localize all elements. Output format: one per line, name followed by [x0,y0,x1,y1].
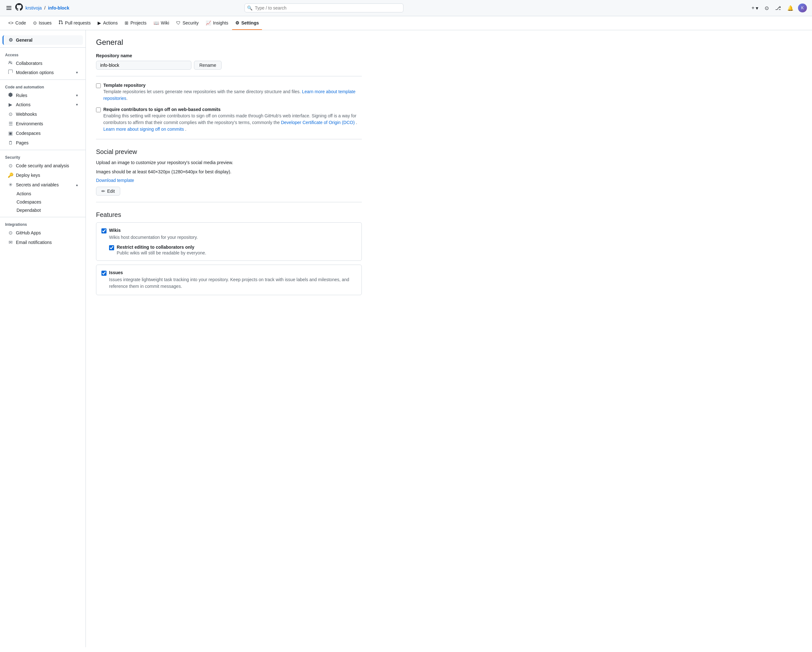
sidebar-item-environments[interactable]: ☰ Environments [3,119,83,128]
tab-security[interactable]: 🛡 Security [173,17,202,30]
wiki-icon: 📖 [154,20,159,26]
search-bar: 🔍 [244,3,403,12]
sidebar-general-label: General [16,38,32,43]
tab-actions[interactable]: ▶ Actions [95,17,121,30]
main-content: General Repository name Rename Template … [86,30,372,647]
main-layout: ⚙ General Access Collaborators Moderatio… [0,30,812,647]
social-preview-heading: Social preview [96,148,362,156]
sidebar-sub-actions-label: Actions [17,191,31,196]
tab-projects[interactable]: ⊞ Projects [121,17,150,30]
template-repo-section: Template repository Template repositorie… [96,83,362,102]
tab-pull-requests[interactable]: Pull requests [55,16,94,30]
sidebar-sub-codespaces-label: Codespaces [17,199,41,205]
template-repo-content: Template repository Template repositorie… [103,83,362,102]
wikis-restrict-checkbox[interactable] [109,245,114,250]
issues-title: Issues [109,270,356,275]
issues-feature-box: Issues Issues integrate lightweight task… [96,265,362,295]
sidebar-item-actions[interactable]: ▶ Actions ▾ [3,100,83,109]
notifications-button[interactable]: 🔔 [785,4,795,12]
sidebar-item-rules[interactable]: Rules ▾ [3,91,83,100]
code-security-icon: ⊙ [8,163,13,169]
secrets-chevron: ▴ [76,183,78,187]
search-input[interactable] [244,3,403,12]
issues-desc: Issues integrate lightweight task tracki… [109,276,356,290]
sidebar-item-collaborators[interactable]: Collaborators [3,58,83,68]
sidebar-item-github-apps[interactable]: ⊙ GitHub Apps [3,228,83,238]
template-repo-row: Template repository Template repositorie… [96,83,362,102]
wikis-content: Wikis Wikis host documentation for your … [109,228,198,241]
wikis-sub-content: Restrict editing to collaborators only P… [117,244,206,255]
hamburger-menu[interactable] [5,5,13,11]
sidebar-item-webhooks[interactable]: ⊙ Webhooks [3,109,83,119]
actions-nav-icon: ▶ [98,20,101,26]
top-bar: krstivoja / info-block 🔍 + ▾ ⊙ ⎇ 🔔 K [0,0,812,16]
issues-content: Issues Issues integrate lightweight task… [109,270,356,290]
moderation-icon [8,70,13,75]
environments-icon: ☰ [8,121,13,127]
projects-icon: ⊞ [125,20,128,26]
template-repo-checkbox[interactable] [96,83,101,88]
issue-tracker-button[interactable]: ⊙ [763,4,771,12]
divider2 [0,79,85,80]
sidebar-item-pages[interactable]: 🗒 Pages [3,138,83,147]
tab-insights[interactable]: 📈 Insights [203,17,232,30]
sidebar-rules-label: Rules [16,93,27,98]
security-nav-icon: 🛡 [176,20,180,26]
issues-icon: ⊙ [33,20,37,26]
pages-icon: 🗒 [8,140,13,145]
wikis-restrict-label: Restrict editing to collaborators only [117,244,206,250]
wikis-header: Wikis Wikis host documentation for your … [101,228,356,241]
wikis-sub: Restrict editing to collaborators only P… [109,244,356,255]
insights-icon: 📈 [206,20,211,26]
sidebar-github-apps-label: GitHub Apps [16,230,41,235]
repo-name-label: Repository name [96,53,362,58]
sidebar-moderation-label: Moderation options [16,70,54,75]
repo-nav: <> Code ⊙ Issues Pull requests ▶ Actions… [0,16,812,30]
email-icon: ✉ [8,240,13,245]
download-template-link[interactable]: Download template [96,178,134,183]
sidebar-sub-actions[interactable]: Actions [3,189,83,198]
repo-name-link[interactable]: info-block [48,5,69,11]
template-repo-desc: Template repositories let users generate… [103,89,362,102]
features-heading: Features [96,211,362,218]
tab-code[interactable]: <> Code [5,17,29,30]
new-item-button[interactable]: + ▾ [750,4,760,12]
sidebar-codespaces-label: Codespaces [16,131,41,136]
rename-button[interactable]: Rename [194,61,221,70]
wikis-checkbox[interactable] [101,228,107,234]
wikis-desc: Wikis host documentation for your reposi… [109,234,198,241]
divider-before-features [96,202,362,202]
sign-off-checkbox[interactable] [96,107,101,112]
sidebar-collaborators-label: Collaborators [16,61,42,66]
sidebar-sub-dependabot[interactable]: Dependabot [3,206,83,214]
sidebar-environments-label: Environments [16,121,43,126]
tab-wiki[interactable]: 📖 Wiki [150,17,172,30]
avatar[interactable]: K [798,3,807,12]
social-preview-desc1: Upload an image to customize your reposi… [96,159,362,166]
sidebar-section-security: Security [0,153,85,161]
sidebar-pages-label: Pages [16,140,29,145]
tab-settings[interactable]: ⚙ Settings [232,17,262,30]
settings-nav-icon: ⚙ [235,20,240,26]
sidebar-item-codespaces[interactable]: ▣ Codespaces [3,128,83,138]
sidebar-item-moderation[interactable]: Moderation options ▾ [3,68,83,77]
repo-name-input[interactable] [96,61,191,70]
dco-link[interactable]: Developer Certificate of Origin (DCO) [281,120,355,125]
collaborators-icon [8,60,13,66]
repo-owner-link[interactable]: krstivoja [26,5,42,11]
sidebar-sub-codespaces[interactable]: Codespaces [3,198,83,206]
sign-off-link[interactable]: Learn more about signing off on commits [103,127,184,132]
sidebar-item-email-notifications[interactable]: ✉ Email notifications [3,238,83,247]
issues-header: Issues Issues integrate lightweight task… [101,270,356,290]
sidebar-item-general[interactable]: ⚙ General [3,35,83,45]
secrets-icon: ✳ [8,182,13,188]
issues-checkbox[interactable] [101,271,107,276]
pull-request-button[interactable]: ⎇ [773,4,783,12]
sidebar-item-secrets-variables[interactable]: ✳ Secrets and variables ▴ [3,180,83,189]
tab-issues[interactable]: ⊙ Issues [30,17,55,30]
repo-name-row: Rename [96,61,362,70]
edit-button[interactable]: ✏ Edit [96,187,120,195]
sidebar-item-deploy-keys[interactable]: 🔑 Deploy keys [3,171,83,180]
sidebar-item-code-security[interactable]: ⊙ Code security and analysis [3,161,83,171]
repo-name-section: Repository name Rename [96,53,362,70]
